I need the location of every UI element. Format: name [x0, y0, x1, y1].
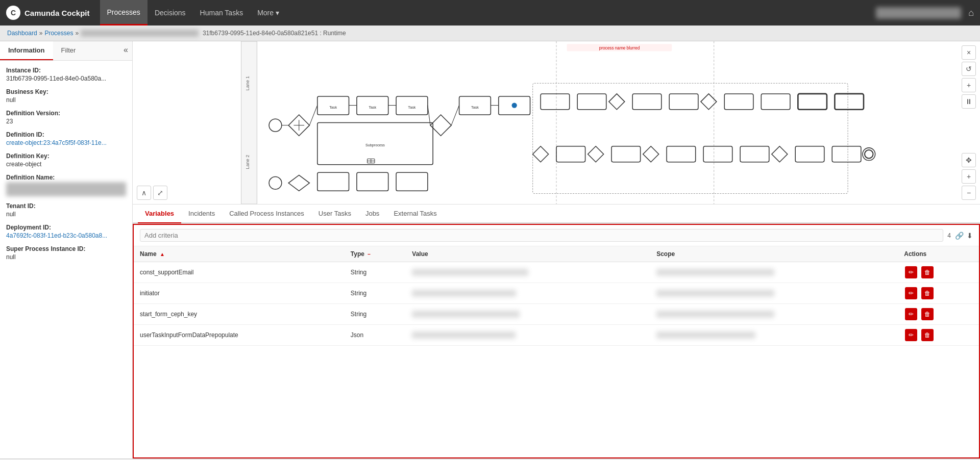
var-actions: ✏ 🗑 — [898, 262, 979, 283]
expand-diagram-button[interactable]: ⤢ — [153, 186, 167, 200]
col-type[interactable]: Type − — [345, 246, 406, 262]
breadcrumb: Dashboard » Processes » 1.01 ███████████… — [0, 25, 980, 41]
tab-user-tasks[interactable]: User Tasks — [311, 205, 358, 223]
download-icon[interactable]: ⬇ — [967, 232, 973, 240]
info-definition-id: Definition ID: create-object:23:4a7c5f5f… — [6, 131, 126, 146]
info-deployment-id-value[interactable]: 4a7692fc-083f-11ed-b23c-0a580a8... — [6, 232, 126, 239]
info-instance-id: Instance ID: 31fb6739-0995-11ed-84e0-0a5… — [6, 67, 126, 82]
nav-item-decisions[interactable]: Decisions — [148, 0, 193, 25]
diagram-toolbar-bottom: ∧ ⤢ — [137, 186, 167, 200]
left-sidebar: Information Filter « Instance ID: 31fb67… — [0, 41, 133, 458]
info-deployment-id-label: Deployment ID: — [6, 224, 126, 231]
navbar-right: ████████████████ ⌂ — [876, 7, 974, 19]
var-value: process-definition/create-object/start-f… — [406, 304, 650, 325]
tab-filter[interactable]: Filter — [53, 41, 84, 60]
tabs-section: Variables Incidents Called Process Insta… — [133, 205, 980, 224]
close-button[interactable]: × — [962, 45, 976, 60]
tab-external-tasks[interactable]: External Tasks — [386, 205, 444, 223]
info-tenant-id-label: Tenant ID: — [6, 202, 126, 210]
variables-table: Name ▲ Type − Value Scope Actions const_… — [134, 246, 979, 346]
criteria-input[interactable] — [140, 229, 943, 242]
info-definition-id-value[interactable]: create-object:23:4a7c5f5f-083f-11e... — [6, 139, 126, 146]
refresh-button[interactable]: ↺ — [962, 62, 976, 76]
svg-text:Subprocess: Subprocess — [365, 143, 385, 147]
info-business-key-value: null — [6, 96, 126, 104]
info-definition-id-label: Definition ID: — [6, 131, 126, 138]
zoom-out-button[interactable]: − — [962, 186, 976, 200]
pause-button[interactable]: ⏸ — [962, 94, 976, 109]
info-tenant-id: Tenant ID: null — [6, 202, 126, 218]
info-super-process: Super Process Instance ID: null — [6, 245, 126, 261]
var-scope: 1.01 ████████████████████████ — [650, 304, 898, 325]
zoom-in2-button[interactable]: + — [962, 169, 976, 184]
edit-var-button[interactable]: ✏ — [905, 266, 917, 278]
link-icon[interactable]: 🔗 — [955, 232, 964, 240]
tab-variables[interactable]: Variables — [138, 205, 181, 223]
var-scope: Blurred process data System______ — [650, 325, 898, 346]
var-value: {"approverId":"someuser","id":22,33}... — [406, 325, 650, 346]
breadcrumb-processes[interactable]: Processes — [44, 30, 73, 37]
table-row: const_supportEmail String helpdesk@compa… — [134, 262, 979, 283]
move-button[interactable]: ✥ — [962, 153, 976, 167]
col-scope: Scope — [650, 246, 898, 262]
delete-var-button[interactable]: 🗑 — [921, 266, 934, 278]
breadcrumb-process-name[interactable]: 1.01 ████████████████████████ — [81, 30, 199, 37]
sidebar-collapse-button[interactable]: « — [124, 45, 128, 55]
nav-items: Processes Decisions Human Tasks More ▾ — [100, 0, 286, 25]
col-actions: Actions — [898, 246, 979, 262]
breadcrumb-sep2: » — [75, 30, 79, 37]
criteria-count: 4 — [947, 232, 951, 239]
zoom-in-button[interactable]: + — [962, 78, 976, 92]
table-header-row: Name ▲ Type − Value Scope Actions — [134, 246, 979, 262]
brand-label: Camunda Cockpit — [24, 9, 90, 17]
brand: C Camunda Cockpit — [6, 6, 90, 20]
svg-text:Task: Task — [471, 105, 479, 110]
var-name: start_form_ceph_key — [134, 304, 345, 325]
delete-var-button[interactable]: 🗑 — [921, 329, 934, 341]
tab-called-process-instances[interactable]: Called Process Instances — [222, 205, 311, 223]
var-name: const_supportEmail — [134, 262, 345, 283]
info-business-key-label: Business Key: — [6, 88, 126, 95]
var-type: String — [345, 283, 406, 304]
col-name[interactable]: Name ▲ — [134, 246, 345, 262]
sidebar-tabs: Information Filter « — [0, 41, 132, 61]
user-info[interactable]: ████████████████ — [876, 7, 961, 19]
breadcrumb-dashboard[interactable]: Dashboard — [7, 30, 37, 37]
var-type: Json — [345, 325, 406, 346]
tab-information[interactable]: Information — [0, 41, 53, 60]
info-definition-version-value: 23 — [6, 118, 126, 125]
svg-text:Lane 2: Lane 2 — [245, 155, 250, 169]
breadcrumb-instance: 31fb6739-0995-11ed-84e0-0a580a821e51 : R… — [203, 30, 346, 37]
edit-var-button[interactable]: ✏ — [905, 287, 917, 299]
info-instance-id-label: Instance ID: — [6, 67, 126, 74]
info-super-process-label: Super Process Instance ID: — [6, 245, 126, 252]
nav-item-humantasks[interactable]: Human Tasks — [193, 0, 251, 25]
edit-var-button[interactable]: ✏ — [905, 308, 917, 320]
home-icon[interactable]: ⌂ — [968, 8, 974, 18]
svg-text:Task: Task — [329, 105, 337, 110]
tab-incidents[interactable]: Incidents — [181, 205, 222, 223]
var-value: helpdesk@company.com______________ — [406, 262, 650, 283]
brand-icon: C — [6, 6, 20, 20]
table-row: start_form_ceph_key String process-defin… — [134, 304, 979, 325]
var-actions: ✏ 🗑 — [898, 325, 979, 346]
info-tenant-id-value: null — [6, 211, 126, 218]
criteria-bar: 4 🔗 ⬇ — [134, 225, 979, 246]
svg-text:Task: Task — [408, 105, 416, 110]
nav-item-processes[interactable]: Processes — [100, 0, 148, 25]
nav-item-more[interactable]: More ▾ — [250, 0, 286, 25]
info-definition-name: Definition Name: ███████████████████████… — [6, 174, 126, 196]
delete-var-button[interactable]: 🗑 — [921, 308, 934, 320]
info-definition-version-label: Definition Version: — [6, 110, 126, 117]
info-definition-key: Definition Key: create-object — [6, 152, 126, 168]
collapse-diagram-button[interactable]: ∧ — [137, 186, 151, 200]
tab-jobs[interactable]: Jobs — [358, 205, 386, 223]
info-definition-name-label: Definition Name: — [6, 174, 126, 181]
criteria-icons: 🔗 ⬇ — [955, 232, 973, 240]
svg-text:Lane 1: Lane 1 — [245, 76, 250, 90]
edit-var-button[interactable]: ✏ — [905, 329, 917, 341]
info-definition-version: Definition Version: 23 — [6, 110, 126, 125]
delete-var-button[interactable]: 🗑 — [921, 287, 934, 299]
table-row: userTaskInputFormDataPrepopulate Json {"… — [134, 325, 979, 346]
var-scope: 1.01 ████████████████████████ — [650, 262, 898, 283]
